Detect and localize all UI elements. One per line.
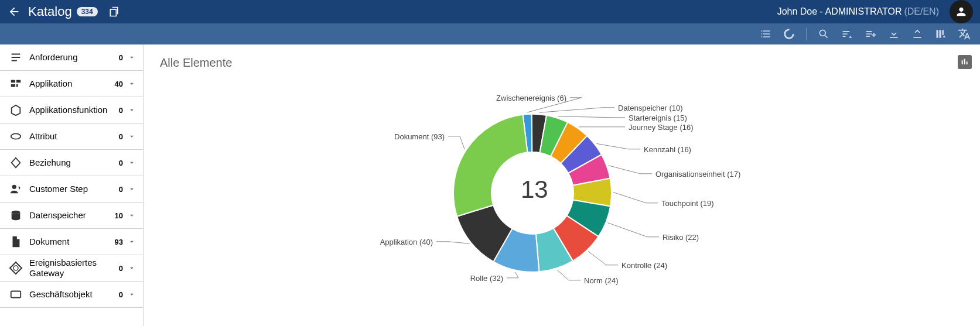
- main-area: Alle Elemente 13 Zwischenereignis (6)Dat…: [144, 44, 980, 326]
- chart-label: Datenspeicher (10): [618, 103, 683, 112]
- svg-rect-6: [16, 84, 18, 87]
- chart-label: Zwischenereignis (6): [496, 93, 566, 102]
- chevron-down-icon: [128, 80, 137, 88]
- sidebar-item-count: 93: [111, 238, 123, 246]
- donut-chart: 13 Zwischenereignis (6)Datenspeicher (10…: [357, 87, 767, 310]
- chart-label: Kontrolle (24): [622, 260, 667, 269]
- svg-rect-3: [11, 80, 15, 83]
- sidebar-item-document[interactable]: Dokument93: [0, 229, 143, 255]
- sidebar-item-attribute[interactable]: Attribut0: [0, 123, 143, 150]
- application-icon: [8, 77, 23, 90]
- sidebar-item-count: 0: [111, 264, 123, 273]
- sidebar-item-count: 0: [111, 159, 123, 167]
- upload-icon[interactable]: [911, 28, 924, 40]
- count-badge: 334: [77, 7, 98, 16]
- attribute-icon: [8, 130, 23, 143]
- add-list-icon[interactable]: [864, 28, 877, 40]
- chevron-down-icon: [128, 290, 137, 298]
- chart-center-number: 13: [521, 175, 548, 203]
- chart-label: Risiko (22): [663, 232, 699, 241]
- sidebar-item-label: Anforderung: [29, 52, 111, 63]
- toolbar: [0, 23, 980, 44]
- chevron-down-icon: [128, 132, 137, 140]
- sidebar-item-label: Customer Step: [29, 184, 111, 194]
- svg-line-2: [825, 36, 828, 38]
- user-info: John Doe - ADMINISTRATOR (DE/EN): [777, 6, 939, 17]
- sidebar-item-requirement[interactable]: Anforderung0: [0, 44, 143, 71]
- sidebar-item-count: 0: [111, 132, 123, 141]
- sidebar-item-count: 0: [111, 53, 123, 62]
- datastore-icon: [8, 209, 23, 222]
- customerstep-icon: [8, 183, 23, 195]
- page-title: Katalog: [28, 4, 72, 19]
- chevron-down-icon: [128, 106, 137, 114]
- sidebar-item-count: 40: [111, 80, 123, 88]
- sidebar-item-eventgateway[interactable]: Ereignisbasiertes Gateway0: [0, 255, 143, 282]
- search-icon[interactable]: [817, 28, 830, 40]
- back-icon[interactable]: [7, 5, 21, 19]
- sidebar-item-label: Applikation: [29, 78, 111, 89]
- chevron-down-icon: [128, 238, 137, 246]
- user-name: John Doe: [777, 6, 818, 17]
- copy-icon[interactable]: [108, 6, 120, 18]
- svg-point-7: [11, 133, 21, 139]
- sidebar-item-datastore[interactable]: Datenspeicher10: [0, 203, 143, 229]
- avatar[interactable]: [950, 0, 973, 23]
- sidebar-item-application[interactable]: Applikation40: [0, 71, 143, 97]
- chevron-down-icon: [128, 185, 137, 193]
- toolbar-divider: [806, 28, 807, 40]
- chevron-down-icon: [128, 211, 137, 219]
- columns-icon[interactable]: [934, 28, 947, 40]
- businessobject-icon: [8, 288, 23, 301]
- eventgateway-icon: [8, 261, 23, 275]
- svg-point-8: [12, 185, 16, 189]
- sidebar-item-count: 10: [111, 211, 123, 220]
- sidebar-item-label: Beziehung: [29, 157, 111, 168]
- user-role: ADMINISTRATOR: [825, 6, 902, 17]
- sidebar-item-label: Datenspeicher: [29, 210, 111, 221]
- svg-rect-5: [11, 84, 15, 87]
- sidebar-item-label: Geschäftsobjekt: [29, 289, 111, 300]
- translate-icon[interactable]: [958, 28, 971, 40]
- sidebar-item-count: 0: [111, 106, 123, 115]
- chart-label: Touchpoint (19): [661, 198, 714, 207]
- sidebar-item-count: 0: [111, 185, 123, 194]
- chart-label: Organisationseinheit (17): [655, 169, 740, 178]
- sidebar-item-appfunction[interactable]: Applikationsfunktion0: [0, 97, 143, 123]
- list-icon[interactable]: [759, 28, 772, 40]
- svg-point-9: [12, 211, 21, 214]
- sidebar-item-label: Ereignisbasiertes Gateway: [29, 258, 111, 279]
- sidebar-item-count: 0: [111, 290, 123, 299]
- download-icon[interactable]: [887, 28, 900, 40]
- chart-label: Applikation (40): [380, 237, 433, 246]
- chart-toggle-icon[interactable]: [958, 55, 972, 69]
- app-header: Katalog 334 John Doe - ADMINISTRATOR (DE…: [0, 0, 980, 23]
- donut-slice-dokument[interactable]: [453, 114, 527, 216]
- document-icon: [8, 235, 23, 248]
- svg-point-0: [785, 30, 794, 39]
- sidebar-item-label: Attribut: [29, 131, 111, 142]
- sort-icon[interactable]: [841, 28, 853, 40]
- main-title: Alle Elemente: [160, 56, 964, 70]
- chevron-down-icon: [128, 53, 137, 61]
- chevron-down-icon: [128, 159, 137, 167]
- sidebar-item-label: Applikationsfunktion: [29, 105, 111, 115]
- sidebar-item-relation[interactable]: Beziehung0: [0, 150, 143, 176]
- sidebar: Anforderung0Applikation40Applikationsfun…: [0, 44, 144, 326]
- chart-label: Journey Stage (16): [629, 122, 694, 131]
- svg-point-10: [13, 266, 18, 270]
- sidebar-item-label: Dokument: [29, 236, 111, 247]
- appfunction-icon: [8, 104, 23, 116]
- chart-label: Norm (24): [584, 276, 619, 284]
- chevron-down-icon: [128, 264, 137, 272]
- requirement-icon: [8, 51, 23, 64]
- chart-label: Dokument (93): [394, 132, 445, 140]
- svg-point-1: [819, 30, 825, 36]
- spinner-icon[interactable]: [783, 28, 795, 40]
- sidebar-item-customerstep[interactable]: Customer Step0: [0, 176, 143, 203]
- svg-rect-11: [11, 291, 21, 298]
- user-lang: (DE/EN): [904, 6, 939, 17]
- relation-icon: [8, 156, 23, 169]
- sidebar-item-businessobject[interactable]: Geschäftsobjekt0: [0, 282, 143, 308]
- svg-rect-4: [16, 80, 21, 83]
